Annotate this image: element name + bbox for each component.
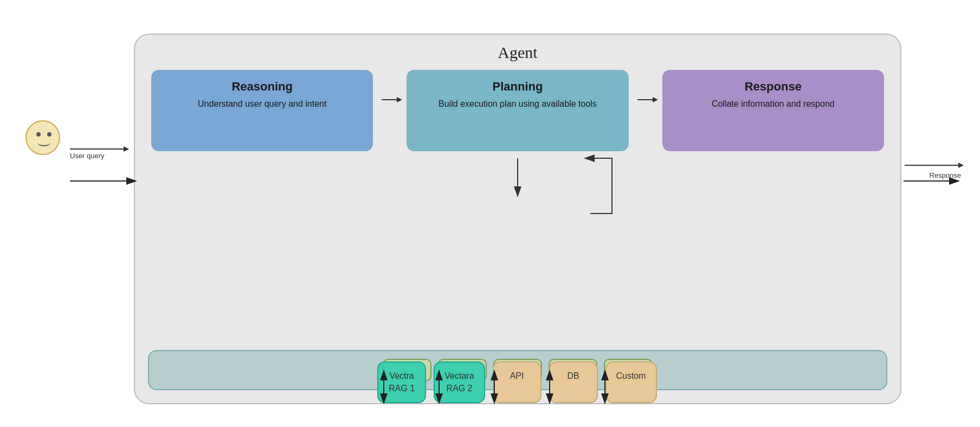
arrow-reasoning-planning bbox=[382, 99, 398, 100]
ext-vectara2: Vectara RAG 2 bbox=[434, 361, 485, 403]
steps-row: Reasoning Understand user query and inte… bbox=[151, 70, 884, 151]
step-planning: Planning Build execution plan using avai… bbox=[407, 70, 628, 151]
ext-vectra1-label: Vectra RAG 1 bbox=[389, 371, 415, 392]
ext-db: DB bbox=[549, 361, 598, 403]
planning-desc: Build execution plan using available too… bbox=[439, 98, 597, 110]
agent-title: Agent bbox=[135, 43, 900, 62]
user-figure bbox=[25, 120, 60, 155]
ext-custom-label: Custom bbox=[616, 371, 646, 380]
ext-api-label: API bbox=[510, 371, 524, 380]
diagram-container: User query Agent Reasoning Understand us… bbox=[16, 13, 964, 414]
ext-custom: Custom bbox=[605, 361, 657, 403]
response-title: Response bbox=[745, 80, 802, 94]
response-desc: Collate information and respond bbox=[712, 98, 835, 110]
external-tools-row: Vectra RAG 1 Vectara RAG 2 API DB Custom bbox=[16, 361, 964, 403]
step-response: Response Collate information and respond bbox=[662, 70, 884, 151]
response-out-label: Response bbox=[929, 171, 961, 179]
response-arrow-out bbox=[905, 165, 959, 166]
reasoning-title: Reasoning bbox=[231, 80, 292, 94]
ext-db-label: DB bbox=[567, 371, 579, 380]
arrow-planning-response bbox=[637, 99, 654, 100]
user-query-label: User query bbox=[70, 152, 105, 160]
reasoning-desc: Understand user query and intent bbox=[198, 98, 326, 110]
ext-vectara2-label: Vectara RAG 2 bbox=[444, 371, 474, 392]
ext-api: API bbox=[493, 361, 541, 403]
user-avatar bbox=[25, 120, 60, 155]
agent-box: Agent Reasoning Understand user query an… bbox=[134, 34, 901, 404]
planning-title: Planning bbox=[493, 80, 543, 94]
ext-vectra1: Vectra RAG 1 bbox=[377, 361, 426, 403]
step-reasoning: Reasoning Understand user query and inte… bbox=[151, 70, 373, 151]
